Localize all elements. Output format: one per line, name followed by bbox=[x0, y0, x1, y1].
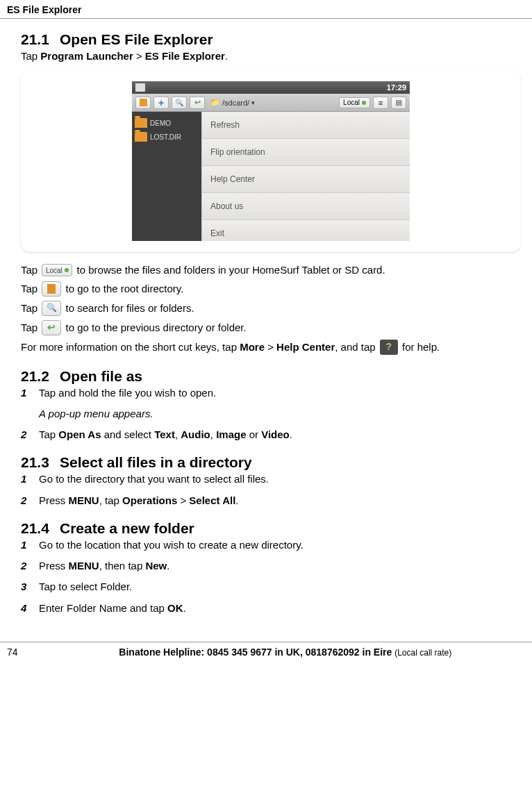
path-text: /sdcard/ bbox=[222, 99, 249, 107]
header-title: ES File Explorer bbox=[7, 4, 81, 15]
step-sub: A pop-up menu appears. bbox=[39, 407, 216, 421]
section-number: 21.3 bbox=[21, 454, 60, 471]
signal-icon bbox=[135, 83, 145, 92]
step-number: 1 bbox=[21, 386, 32, 422]
page-number: 74 bbox=[7, 647, 18, 658]
search-icon bbox=[42, 301, 61, 316]
page-content: 21.1Open ES File Explorer Tap Program La… bbox=[0, 31, 532, 628]
section-21-3-steps: 1 Go to the directory that you want to s… bbox=[21, 472, 521, 508]
file-area: DEMO LOST.DIR Refresh Flip orientation H… bbox=[132, 112, 410, 241]
context-menu: Refresh Flip orientation Help Center Abo… bbox=[201, 112, 410, 241]
section-21-4-steps: 1 Go to the location that you wish to cr… bbox=[21, 538, 521, 615]
folder-icon bbox=[135, 132, 147, 142]
section-21-2-steps: 1 Tap and hold the file you wish to open… bbox=[21, 386, 521, 442]
path-display: 📁 /sdcard/ ▾ bbox=[208, 98, 336, 107]
path-dropdown-icon[interactable]: ▾ bbox=[251, 99, 255, 106]
back-icon bbox=[42, 320, 61, 335]
tap-local-para: Tap Local to browse the files and folder… bbox=[21, 263, 521, 277]
step-item: 2 Tap Open As and select Text, Audio, Im… bbox=[21, 428, 521, 442]
step-item: 4 Enter Folder Name and tap OK. bbox=[21, 601, 521, 615]
menu-item-exit[interactable]: Exit bbox=[202, 220, 410, 241]
folder-mini-icon: 📁 bbox=[210, 98, 220, 107]
section-21-1-heading: 21.1Open ES File Explorer bbox=[21, 31, 521, 48]
folder-row[interactable]: LOST.DIR bbox=[135, 130, 199, 144]
step-item: 1 Go to the location that you wish to cr… bbox=[21, 538, 521, 552]
step-number: 3 bbox=[21, 580, 32, 594]
more-help-para: For more information on the short cut ke… bbox=[21, 340, 521, 356]
folder-row[interactable]: DEMO bbox=[135, 116, 199, 130]
folder-name: DEMO bbox=[150, 119, 171, 127]
step-item: 3 Tap to select Folder. bbox=[21, 580, 521, 594]
step-item: 1 Tap and hold the file you wish to open… bbox=[21, 386, 521, 422]
folder-list: DEMO LOST.DIR bbox=[132, 112, 201, 241]
menu-item-refresh[interactable]: Refresh bbox=[202, 112, 410, 139]
folder-name: LOST.DIR bbox=[150, 133, 181, 141]
list-view-button-icon[interactable]: ≡ bbox=[373, 97, 388, 109]
section-21-1-intro: Tap Program Launcher > ES File Explorer. bbox=[21, 49, 521, 63]
local-icon: Local bbox=[42, 264, 72, 276]
menu-item-flip[interactable]: Flip orientation bbox=[202, 139, 410, 166]
root-icon bbox=[42, 281, 61, 297]
step-number: 2 bbox=[21, 559, 32, 573]
step-number: 1 bbox=[21, 472, 32, 486]
tap-search-para: Tap to search for files or folders. bbox=[21, 301, 521, 317]
search-button-icon[interactable] bbox=[172, 97, 187, 109]
step-number: 2 bbox=[21, 428, 32, 442]
app-screenshot-frame: 17:29 📁 /sdcard/ ▾ Local ≡ bbox=[21, 70, 521, 252]
tap-back-para: Tap to go to the previous directory or f… bbox=[21, 321, 521, 336]
step-number: 1 bbox=[21, 538, 32, 552]
page-header: ES File Explorer bbox=[0, 0, 532, 19]
step-item: 1 Go to the directory that you want to s… bbox=[21, 472, 521, 486]
clock-label: 17:29 bbox=[387, 83, 406, 92]
section-title: Open ES File Explorer bbox=[60, 31, 213, 47]
tap-root-para: Tap to go to the root directory. bbox=[21, 282, 521, 297]
section-number: 21.1 bbox=[21, 31, 60, 48]
section-21-3-heading: 21.3Select all files in a directory bbox=[21, 454, 521, 471]
section-number: 21.4 bbox=[21, 520, 60, 537]
section-21-4-heading: 21.4Create a new folder bbox=[21, 520, 521, 537]
section-21-2-heading: 21.2Open file as bbox=[21, 368, 521, 385]
local-dot-icon bbox=[362, 101, 366, 105]
local-label: Local bbox=[343, 99, 360, 106]
status-bar: 17:29 bbox=[132, 81, 410, 94]
local-green-dot-icon bbox=[65, 268, 69, 272]
es-file-explorer-label: ES File Explorer bbox=[145, 50, 225, 62]
new-button-icon[interactable] bbox=[153, 97, 169, 109]
program-launcher-label: Program Launcher bbox=[40, 50, 133, 62]
local-scope-button[interactable]: Local bbox=[339, 97, 370, 108]
menu-item-help-center[interactable]: Help Center bbox=[202, 166, 410, 193]
step-number: 4 bbox=[21, 601, 32, 615]
help-icon bbox=[380, 340, 398, 355]
back-button-icon[interactable] bbox=[190, 97, 205, 109]
step-item: 2 Press MENU, tap Operations > Select Al… bbox=[21, 494, 521, 508]
section-title: Select all files in a directory bbox=[60, 454, 252, 470]
device-screenshot: 17:29 📁 /sdcard/ ▾ Local ≡ bbox=[132, 81, 410, 241]
section-number: 21.2 bbox=[21, 368, 60, 385]
folder-icon bbox=[135, 118, 147, 128]
help-center-label: Help Center bbox=[276, 341, 335, 353]
home-button-icon[interactable] bbox=[135, 97, 151, 109]
step-item: 2 Press MENU, then tap New. bbox=[21, 559, 521, 573]
section-title: Open file as bbox=[60, 368, 142, 384]
helpline-text: Binatone Helpline: 0845 345 9677 in UK, … bbox=[46, 647, 525, 658]
step-number: 2 bbox=[21, 494, 32, 508]
more-label: More bbox=[240, 341, 265, 353]
page-footer: 74 Binatone Helpline: 0845 345 9677 in U… bbox=[0, 642, 532, 665]
section-title: Create a new folder bbox=[60, 520, 194, 536]
grid-view-button-icon[interactable] bbox=[391, 97, 406, 109]
menu-item-about[interactable]: About us bbox=[202, 193, 410, 220]
app-toolbar: 📁 /sdcard/ ▾ Local ≡ bbox=[132, 94, 410, 112]
